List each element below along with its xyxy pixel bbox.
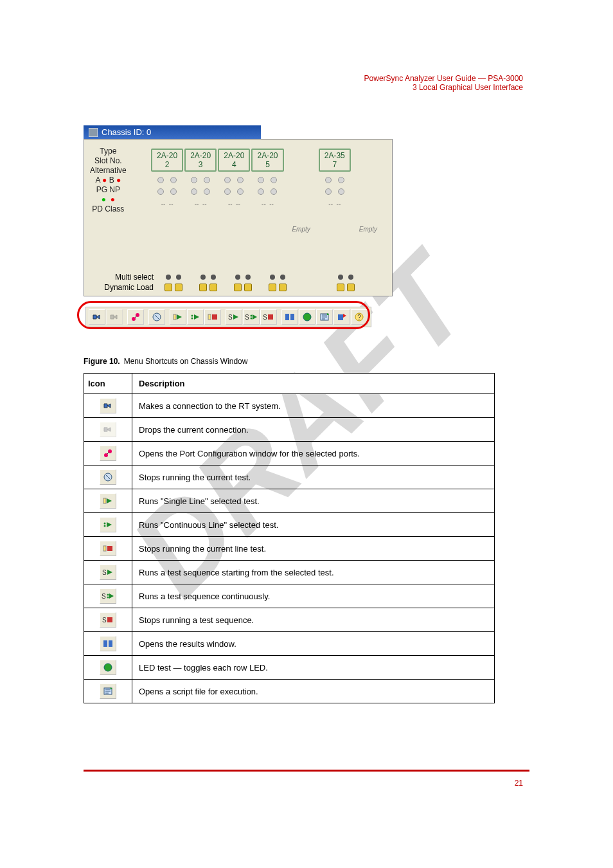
sequence-stop-icon[interactable]: S (260, 309, 277, 325)
svg-text:S: S (102, 593, 106, 600)
run-cont-icon (100, 517, 116, 532)
sequence-run-icon[interactable]: S (226, 309, 242, 325)
multiselect-toggle[interactable] (260, 275, 295, 280)
stop-test-icon[interactable] (148, 309, 165, 325)
multiselect-toggle[interactable] (328, 275, 363, 280)
led-a-icon (157, 177, 164, 183)
show-results-icon[interactable] (281, 309, 298, 325)
table-row: Runs "Single Line" selected test. (84, 489, 495, 513)
slot-card[interactable]: 2A-204 -- -- (218, 149, 250, 233)
table-row: Opens the Port Configuration window for … (84, 442, 495, 466)
show-results-icon (100, 636, 116, 651)
pd-class: -- -- (218, 200, 250, 207)
slot-type: 2A-20 (224, 151, 244, 160)
svg-rect-1 (89, 128, 98, 137)
slot-no: 5 (265, 160, 270, 169)
multiselect-toggle[interactable] (226, 275, 260, 280)
svg-point-27 (104, 523, 106, 525)
stop-line-icon (100, 541, 116, 556)
window-title-text: Chassis ID: 0 (102, 127, 151, 137)
svg-rect-15 (268, 314, 273, 320)
sequence-run-icon: S (100, 565, 116, 580)
cell-desc: Opens the results window. (132, 632, 495, 656)
cell-desc: Runs a test sequence continuously. (132, 584, 495, 608)
slot-card[interactable]: 2A-202 -- -- (151, 149, 183, 233)
table-row: Opens a script file for execution. (84, 680, 495, 703)
open-script-icon[interactable] (316, 309, 333, 325)
svg-text:?: ? (357, 314, 361, 321)
sequence-cont-icon[interactable]: S (243, 309, 260, 325)
svg-point-12 (251, 315, 253, 317)
led-a-icon (191, 177, 197, 183)
port-config-icon[interactable] (127, 309, 144, 325)
led-np-icon (271, 188, 277, 195)
toolbar-icons-table: Icon Description Makes a connection to t… (84, 373, 495, 703)
dynamic-load-icon[interactable] (156, 284, 191, 291)
led-b-icon (271, 177, 277, 183)
slot-strip: 2A-202 -- -- 2A-203 -- -- 2A-204 -- -- (151, 149, 384, 233)
doc-title: PowerSync Analyzer User Guide — PSA-3000 (364, 74, 523, 83)
svg-point-39 (104, 664, 112, 671)
svg-text:S: S (228, 314, 233, 321)
multiselect-toggle[interactable] (191, 275, 226, 280)
slot-no: 3 (199, 160, 203, 169)
svg-rect-26 (103, 498, 106, 503)
led-pg-icon (191, 188, 197, 195)
window-icon (89, 128, 98, 137)
table-row: Opens the results window. (84, 632, 495, 656)
run-line-icon[interactable] (170, 309, 186, 325)
slot-card[interactable]: 2A-203 -- -- (184, 149, 217, 233)
footer-rule (84, 770, 529, 772)
cell-desc: Stops running the current line test. (132, 537, 495, 561)
pd-class: -- -- (184, 200, 217, 207)
connect-icon[interactable] (89, 309, 105, 325)
sequence-cont-icon: S (100, 588, 116, 604)
sequence-stop-icon: S (100, 612, 116, 628)
table-row: Runs "Continuous Line" selected test. (84, 513, 495, 537)
dynamic-load-icon[interactable] (260, 284, 295, 291)
slot-no: 7 (332, 160, 337, 169)
disconnect-icon[interactable] (106, 309, 123, 325)
slot-card[interactable]: 2A-205 -- -- (251, 149, 283, 233)
table-row: S Stops running a test sequence. (84, 608, 495, 632)
slot-type: 2A-35 (324, 151, 345, 160)
table-row: S Runs a test sequence continuously. (84, 584, 495, 608)
led-a-icon (325, 177, 332, 183)
svg-text:S: S (102, 617, 107, 624)
multiselect-toggle[interactable] (156, 275, 191, 280)
slot-type: 2A-20 (157, 151, 177, 160)
led-pg-icon (258, 188, 264, 195)
svg-rect-16 (285, 314, 289, 320)
pd-class: -- -- (151, 200, 183, 207)
led-b-icon (204, 177, 210, 183)
pd-class: -- -- (319, 200, 351, 207)
cell-desc: Stops running the current test. (132, 466, 495, 489)
chassis-toolbar: S S S ? (85, 307, 371, 327)
cell-desc: Drops the current connection. (132, 418, 495, 442)
led-control-icon[interactable] (299, 309, 315, 325)
export-icon[interactable] (333, 309, 350, 325)
stop-test-icon (100, 469, 116, 485)
svg-point-18 (303, 313, 311, 321)
open-script-icon (100, 683, 116, 699)
slot-no: 4 (232, 160, 236, 169)
cell-desc: Opens a script file for execution. (132, 680, 495, 703)
led-a-icon (258, 177, 264, 183)
stop-line-icon[interactable] (204, 309, 221, 325)
slot-type: 2A-20 (257, 151, 278, 160)
run-cont-icon[interactable] (187, 309, 204, 325)
help-icon[interactable]: ? (351, 309, 368, 325)
table-row: Drops the current connection. (84, 418, 495, 442)
multi-select-label: Multi select (92, 273, 156, 282)
cell-desc: LED test — toggles each row LED. (132, 656, 495, 680)
cell-desc: Runs "Continuous Line" selected test. (132, 513, 495, 537)
dynamic-load-icon[interactable] (328, 284, 363, 291)
slot-card[interactable]: 2A-357 -- -- (319, 149, 351, 233)
led-control-icon (100, 660, 116, 675)
cell-desc: Stops running a test sequence. (132, 608, 495, 632)
window-titlebar: Chassis ID: 0 (84, 125, 261, 139)
led-np-icon (170, 188, 177, 195)
dynamic-load-icon[interactable] (191, 284, 226, 291)
dynamic-load-icon[interactable] (226, 284, 260, 291)
slot-empty: Empty (352, 149, 384, 233)
